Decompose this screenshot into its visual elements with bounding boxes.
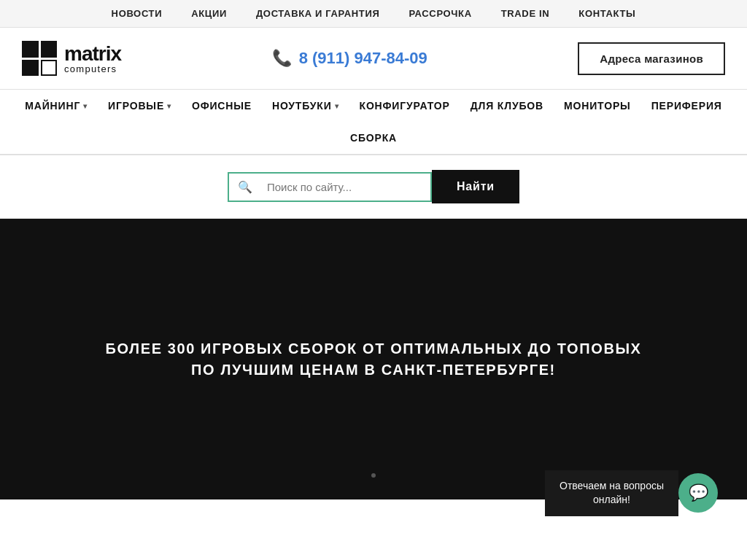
hero-line2: ПО ЛУЧШИМ ЦЕНАМ В САНКТ-ПЕТЕРБУРГЕ!: [105, 362, 641, 378]
stores-button[interactable]: Адреса магазинов: [578, 42, 725, 75]
nav-clubs[interactable]: ДЛЯ КЛУБОВ: [460, 90, 554, 122]
top-nav-trade-in[interactable]: TRADE IN: [501, 8, 550, 19]
phone-number[interactable]: 8 (911) 947-84-09: [299, 49, 427, 68]
search-icon: 🔍: [229, 174, 261, 201]
logo-sq-br: [41, 60, 58, 77]
chevron-down-icon: ▾: [335, 102, 339, 110]
top-nav-aktsii[interactable]: АКЦИИ: [191, 8, 227, 19]
nav-periphery[interactable]: ПЕРИФЕРИЯ: [641, 90, 732, 122]
hero-section: БОЛЕЕ 300 ИГРОВЫХ СБОРОК ОТ ОПТИМАЛЬНЫХ …: [0, 219, 747, 499]
nav-monitors[interactable]: МОНИТОРЫ: [554, 90, 641, 122]
logo-text: matrix computers: [64, 44, 121, 74]
nav-laptops[interactable]: НОУТБУКИ ▾: [262, 90, 349, 122]
search-wrapper: 🔍: [228, 172, 432, 202]
chat-icon: 💬: [689, 483, 708, 499]
search-section: 🔍 Найти: [0, 155, 747, 219]
nav-office[interactable]: ОФИСНЫЕ: [182, 90, 262, 122]
top-nav-rassrochka[interactable]: РАССРОЧКА: [409, 8, 471, 19]
chat-widget: Отвечаем на вопросы онлайн! 💬: [545, 470, 718, 499]
chat-button[interactable]: 💬: [678, 473, 718, 499]
top-navigation: НОВОСТИ АКЦИИ ДОСТАВКА И ГАРАНТИЯ РАССРО…: [0, 0, 747, 28]
main-navigation: МАЙНИНГ ▾ ИГРОВЫЕ ▾ ОФИСНЫЕ НОУТБУКИ ▾ К…: [0, 90, 747, 155]
chat-bubble: Отвечаем на вопросы онлайн!: [545, 470, 678, 499]
chat-bubble-line2: онлайн!: [593, 494, 630, 499]
nav-configurator[interactable]: КОНФИГУРАТОР: [349, 90, 460, 122]
nav-mining[interactable]: МАЙНИНГ ▾: [15, 90, 98, 122]
logo-sq-tr: [41, 41, 58, 58]
logo-sq-tl: [22, 41, 39, 58]
nav-assembly[interactable]: СБОРКА: [340, 122, 407, 154]
logo-brand: matrix: [64, 44, 121, 64]
search-button[interactable]: Найти: [432, 170, 519, 203]
logo-sub: computers: [64, 64, 121, 74]
logo-sq-bl: [22, 60, 39, 77]
top-nav-novosti[interactable]: НОВОСТИ: [112, 8, 163, 19]
top-nav-dostavka[interactable]: ДОСТАВКА И ГАРАНТИЯ: [256, 8, 379, 19]
hero-text: БОЛЕЕ 300 ИГРОВЫХ СБОРОК ОТ ОПТИМАЛЬНЫХ …: [105, 341, 641, 378]
search-input[interactable]: [261, 174, 430, 201]
chat-bubble-line1: Отвечаем на вопросы: [560, 480, 664, 491]
chevron-down-icon: ▾: [83, 102, 88, 110]
nav-gaming[interactable]: ИГРОВЫЕ ▾: [98, 90, 182, 122]
top-nav-kontakty[interactable]: КОНТАКТЫ: [578, 8, 635, 19]
slider-dot: [371, 473, 376, 478]
site-header: matrix computers 📞 8 (911) 947-84-09 Адр…: [0, 28, 747, 90]
chevron-down-icon: ▾: [167, 102, 171, 110]
hero-line1: БОЛЕЕ 300 ИГРОВЫХ СБОРОК ОТ ОПТИМАЛЬНЫХ …: [105, 341, 641, 357]
logo-icon: [22, 41, 57, 76]
logo[interactable]: matrix computers: [22, 41, 121, 76]
phone-icon: 📞: [272, 49, 292, 68]
phone-section: 📞 8 (911) 947-84-09: [272, 49, 427, 68]
